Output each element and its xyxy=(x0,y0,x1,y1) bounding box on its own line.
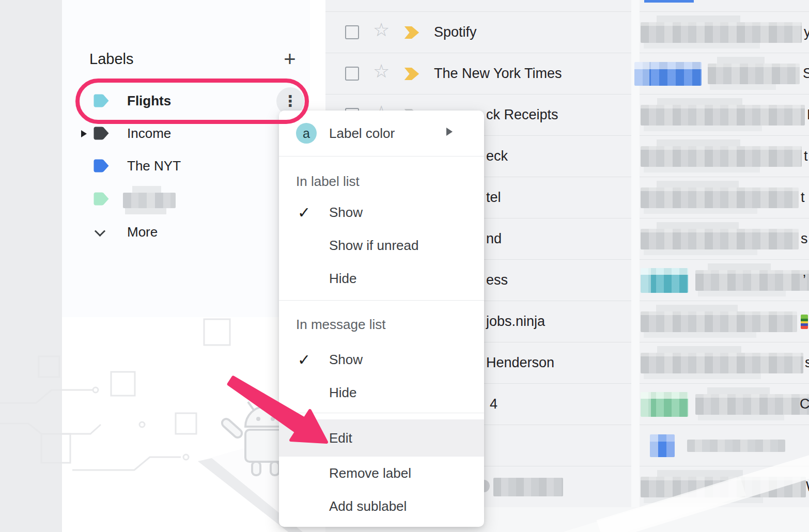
sender-name: ck Receipts xyxy=(486,107,558,123)
redacted-subject xyxy=(641,105,805,126)
importance-marker-icon xyxy=(404,26,419,39)
subject-overflow-text: y xyxy=(804,24,809,40)
redacted-subject xyxy=(641,229,799,249)
labels-section-header: Labels xyxy=(89,51,133,68)
sidebar-item-more-labels[interactable]: More xyxy=(62,216,310,249)
subject-overflow-text: s xyxy=(801,231,808,247)
redacted-subject xyxy=(708,64,800,84)
gmail-sidebar: More Labels + Flights ⋮ Income xyxy=(62,0,310,317)
redacted-sender xyxy=(493,478,563,496)
sender-name: 4 xyxy=(490,396,497,412)
sender-name: ess xyxy=(486,272,508,288)
redacted-subject xyxy=(695,394,809,415)
menu-item-show-label-list[interactable]: ✓ Show xyxy=(279,196,484,229)
tiny-emoji-icon xyxy=(801,315,808,329)
redacted-label-name xyxy=(123,193,176,208)
label-name: Income xyxy=(127,126,171,142)
menu-item-label: Remove label xyxy=(329,465,411,481)
menu-divider xyxy=(279,300,484,301)
label-color-swatch: a xyxy=(296,123,317,144)
importance-marker-icon xyxy=(404,68,419,80)
plus-icon: + xyxy=(284,48,295,70)
sender-name: Spotify xyxy=(434,24,477,40)
menu-section-header: In message list xyxy=(296,317,472,333)
subject-overflow-text: S xyxy=(803,66,809,82)
menu-divider xyxy=(279,156,484,157)
redacted-subject xyxy=(641,353,803,373)
annotation-arrow xyxy=(222,372,336,449)
sender-name: eck xyxy=(486,148,508,164)
sender-name: The New York Times xyxy=(434,66,562,82)
sidebar-item-more-collapsed[interactable]: More xyxy=(62,0,310,17)
sender-name: Henderson xyxy=(486,355,554,371)
subject-overflow-text: C xyxy=(800,396,809,412)
redacted-subject xyxy=(695,270,809,291)
star-icon[interactable]: ☆ xyxy=(373,19,390,41)
label-tag-icon xyxy=(93,192,111,206)
submenu-arrow-icon xyxy=(446,128,453,136)
sender-name: nd xyxy=(486,231,502,247)
check-icon: ✓ xyxy=(298,351,310,369)
subject-overflow-text: t xyxy=(804,148,808,164)
subject-overflow-text: P xyxy=(807,107,809,123)
menu-section-header: In label list xyxy=(296,174,472,190)
menu-item-label-color[interactable]: a Label color xyxy=(279,111,484,156)
select-checkbox[interactable] xyxy=(345,67,359,81)
redacted-teal-chip xyxy=(641,268,688,293)
email-row[interactable]: ☆ Spotify y xyxy=(325,11,809,53)
menu-item-label: Show xyxy=(329,352,363,368)
sidebar-more-label: More xyxy=(127,224,158,240)
subject-overflow-text: s xyxy=(805,355,809,371)
menu-item-label: Hide xyxy=(329,271,356,287)
subject-overflow-text: t xyxy=(801,190,805,206)
create-label-button[interactable]: + xyxy=(276,45,303,72)
sidebar-label-the-nyt[interactable]: The NYT xyxy=(62,150,310,183)
select-checkbox[interactable] xyxy=(345,25,359,39)
menu-item-label: Show xyxy=(329,205,363,221)
sidebar-label-redacted[interactable] xyxy=(62,183,310,216)
menu-item-show-message-list[interactable]: ✓ Show xyxy=(279,343,484,376)
menu-item-show-if-unread[interactable]: Show if unread xyxy=(279,229,484,262)
star-icon[interactable]: ☆ xyxy=(373,60,390,82)
redacted-blue-button-edge xyxy=(644,0,694,3)
chevron-down-icon xyxy=(95,226,105,237)
menu-item-hide-label-list[interactable]: Hide xyxy=(279,262,484,295)
label-tag-icon xyxy=(93,126,111,140)
sender-name: jobs.ninja xyxy=(486,314,545,330)
redacted-text-line xyxy=(687,440,785,452)
redacted-subject xyxy=(641,22,802,43)
menu-item-label: Label color xyxy=(329,126,395,142)
subject-overflow-text: ’ xyxy=(803,272,806,288)
gmail-label-menu-screenshot: More Labels + Flights ⋮ Income xyxy=(0,0,809,532)
label-name: The NYT xyxy=(127,158,181,174)
redacted-blue-thumbnail xyxy=(650,434,675,457)
email-row[interactable]: ☆ The New York Times S xyxy=(325,53,809,94)
menu-item-remove-label[interactable]: Remove label xyxy=(279,457,484,490)
expand-triangle-icon[interactable] xyxy=(81,130,87,137)
redacted-subject xyxy=(641,187,799,208)
label-context-menu: a Label color In label list ✓ Show Show … xyxy=(279,111,484,527)
menu-item-label: Add sublabel xyxy=(329,498,407,514)
redacted-subject xyxy=(641,311,797,332)
check-icon: ✓ xyxy=(298,204,310,222)
redacted-subject xyxy=(641,146,802,167)
menu-item-label: Show if unread xyxy=(329,238,418,254)
label-tag-icon xyxy=(93,159,111,173)
redacted-green-chip xyxy=(641,392,688,417)
redacted-blue-chip xyxy=(634,62,702,86)
subject-overflow-text: W xyxy=(806,479,809,495)
annotation-oval-highlight xyxy=(75,79,309,124)
sender-name: tel xyxy=(486,190,501,206)
menu-item-add-sublabel[interactable]: Add sublabel xyxy=(279,490,484,523)
